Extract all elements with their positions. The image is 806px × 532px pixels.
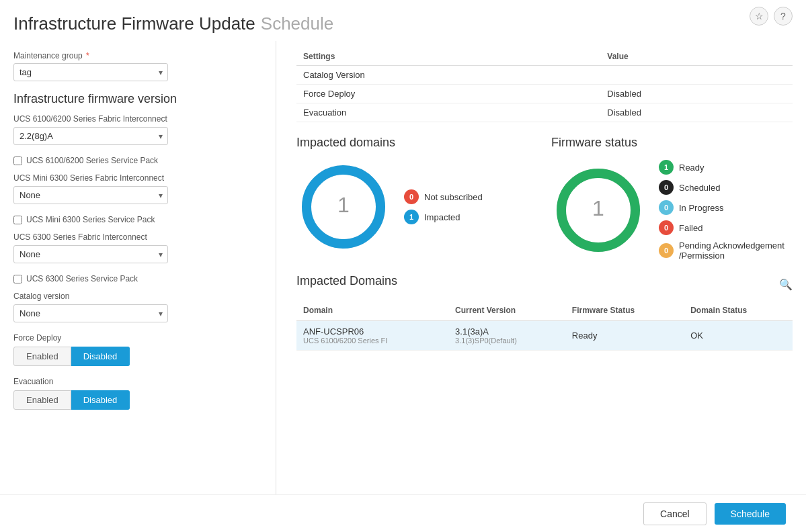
schedule-button[interactable]: Schedule	[715, 503, 786, 525]
firmware-status-svg: 1	[551, 163, 645, 257]
domain-status-cell: OK	[684, 321, 793, 351]
ucs-6300-field: UCS 6300 Series Fabric Interconnect None	[13, 232, 255, 263]
page-title-main: Infrastructure Firmware Update	[13, 13, 255, 34]
firmware-status-title: Firmware status	[551, 136, 793, 150]
settings-col-header: Settings	[296, 48, 600, 66]
impacted-domains-title: Impacted domains	[296, 136, 538, 150]
ucs-6100-select-wrapper[interactable]: 2.2(8g)A	[13, 127, 168, 145]
legend-item: 0Failed	[659, 220, 793, 235]
settings-table: Settings Value Catalog VersionForce Depl…	[296, 48, 793, 122]
ucs-6300-label: UCS 6300 Series Fabric Interconnect	[13, 232, 255, 242]
evacuation-enabled-button[interactable]: Enabled	[13, 390, 71, 410]
evacuation-field: Evacuation Enabled Disabled	[13, 377, 255, 410]
impacted-domains-donut: 1	[296, 160, 391, 254]
legend-item: 1Impacted	[404, 210, 483, 224]
domains-col-header: Firmware Status	[565, 300, 684, 321]
vertical-divider	[276, 41, 276, 519]
legend-item: 1Ready	[659, 160, 793, 175]
maintenance-group-label: Maintenance group *	[13, 51, 255, 60]
star-icon[interactable]: ☆	[750, 7, 768, 26]
legend-label: Not subscribed	[424, 192, 483, 202]
firmware-status-center: 1	[592, 196, 604, 220]
ucs-mini-6300-field: UCS Mini 6300 Series Fabric Interconnect…	[13, 173, 255, 204]
ucs-6100-select[interactable]: 2.2(8g)A	[13, 127, 168, 145]
right-panel: Settings Value Catalog VersionForce Depl…	[283, 41, 806, 519]
value-col-header: Value	[600, 48, 793, 66]
footer-bar: Cancel Schedule	[0, 494, 806, 532]
domains-table-title: Impacted Domains	[296, 274, 397, 288]
settings-value: Disabled	[600, 103, 793, 122]
legend-badge: 0	[659, 180, 674, 195]
ucs-mini-6300-select-wrapper[interactable]: None	[13, 186, 168, 204]
maintenance-group-select-wrapper[interactable]: tag	[13, 63, 168, 81]
ucs-6300-service-pack-checkbox[interactable]	[13, 275, 22, 283]
ucs-mini-service-pack-row: UCS Mini 6300 Series Service Pack	[13, 215, 255, 224]
legend-label: Pending Acknowledgement /Permission	[679, 240, 793, 261]
domains-col-header: Domain Status	[684, 300, 793, 321]
evacuation-toggle: Enabled Disabled	[13, 390, 255, 410]
domains-table: DomainCurrent VersionFirmware StatusDoma…	[296, 300, 793, 351]
force-deploy-field: Force Deploy Enabled Disabled	[13, 333, 255, 366]
domains-col-header: Domain	[296, 300, 448, 321]
ucs-6100-field: UCS 6100/6200 Series Fabric Interconnect…	[13, 114, 255, 145]
legend-item: 0In Progress	[659, 200, 793, 215]
evacuation-disabled-button[interactable]: Disabled	[71, 390, 130, 410]
firmware-status-legend: 1Ready0Scheduled0In Progress0Failed0Pend…	[659, 160, 793, 261]
catalog-version-select-wrapper[interactable]: None	[13, 304, 168, 322]
page-title: Infrastructure Firmware Update Schedule	[0, 0, 806, 41]
legend-badge: 1	[404, 210, 419, 224]
firmware-status-donut: 1	[551, 163, 645, 257]
ucs-mini-service-pack-checkbox[interactable]	[13, 216, 22, 224]
firmware-section-title: Infrastructure firmware version	[13, 92, 255, 106]
left-panel: Maintenance group * tag Infrastructure f…	[0, 41, 269, 519]
firmware-status-cell: Ready	[565, 321, 684, 351]
force-deploy-label: Force Deploy	[13, 333, 255, 343]
ucs-6100-service-pack-checkbox[interactable]	[13, 157, 22, 165]
charts-row: Impacted domains 1 0Not subscribed1Impac…	[296, 136, 793, 261]
cancel-button[interactable]: Cancel	[643, 502, 707, 525]
ucs-6300-select[interactable]: None	[13, 245, 168, 263]
maintenance-group-select[interactable]: tag	[13, 63, 168, 81]
force-deploy-enabled-button[interactable]: Enabled	[13, 347, 71, 366]
ucs-6100-service-pack-row: UCS 6100/6200 Series Service Pack	[13, 156, 255, 165]
help-icon[interactable]: ?	[774, 7, 793, 26]
domains-table-section: Impacted Domains 🔍 DomainCurrent Version…	[296, 274, 793, 351]
settings-row: Catalog Version	[296, 66, 793, 85]
impacted-domains-chart: Impacted domains 1 0Not subscribed1Impac…	[296, 136, 538, 261]
settings-value: Disabled	[600, 85, 793, 103]
legend-badge: 0	[659, 200, 674, 215]
version-sub: 3.1(3)SP0(Default)	[455, 337, 559, 345]
domains-search-button[interactable]: 🔍	[779, 278, 793, 291]
legend-badge: 1	[659, 160, 674, 175]
ucs-6300-select-wrapper[interactable]: None	[13, 245, 168, 263]
table-row[interactable]: ANF-UCSPR06 UCS 6100/6200 Series FI 3.1(…	[296, 321, 793, 351]
ucs-6100-label: UCS 6100/6200 Series Fabric Interconnect	[13, 114, 255, 124]
catalog-version-field: Catalog version None	[13, 292, 255, 322]
force-deploy-toggle: Enabled Disabled	[13, 347, 255, 366]
firmware-status-chart: Firmware status 1 1Ready0Scheduled0In Pr…	[551, 136, 793, 261]
domains-col-header: Current Version	[448, 300, 565, 321]
settings-name: Force Deploy	[296, 85, 600, 103]
settings-name: Evacuation	[296, 103, 600, 122]
firmware-status-content: 1 1Ready0Scheduled0In Progress0Failed0Pe…	[551, 160, 793, 261]
force-deploy-disabled-button[interactable]: Disabled	[71, 347, 130, 366]
legend-item: 0Scheduled	[659, 180, 793, 195]
version-main: 3.1(3a)A	[455, 326, 559, 337]
domain-cell: ANF-UCSPR06 UCS 6100/6200 Series FI	[296, 321, 448, 351]
ucs-6300-service-pack-row: UCS 6300 Series Service Pack	[13, 274, 255, 283]
ucs-mini-6300-select[interactable]: None	[13, 186, 168, 204]
legend-badge: 0	[404, 189, 419, 204]
current-version-cell: 3.1(3a)A 3.1(3)SP0(Default)	[448, 321, 565, 351]
ucs-mini-service-pack-label: UCS Mini 6300 Series Service Pack	[26, 215, 155, 224]
ucs-6100-service-pack-label: UCS 6100/6200 Series Service Pack	[26, 156, 158, 165]
catalog-version-label: Catalog version	[13, 292, 255, 301]
legend-label: Ready	[679, 163, 704, 173]
legend-badge: 0	[659, 220, 674, 235]
legend-item: 0Pending Acknowledgement /Permission	[659, 240, 793, 261]
settings-value	[600, 66, 793, 85]
settings-name: Catalog Version	[296, 66, 600, 85]
impacted-domains-legend: 0Not subscribed1Impacted	[404, 189, 483, 224]
settings-row: Force DeployDisabled	[296, 85, 793, 103]
catalog-version-select[interactable]: None	[13, 304, 168, 322]
impacted-domains-svg: 1	[296, 160, 391, 254]
